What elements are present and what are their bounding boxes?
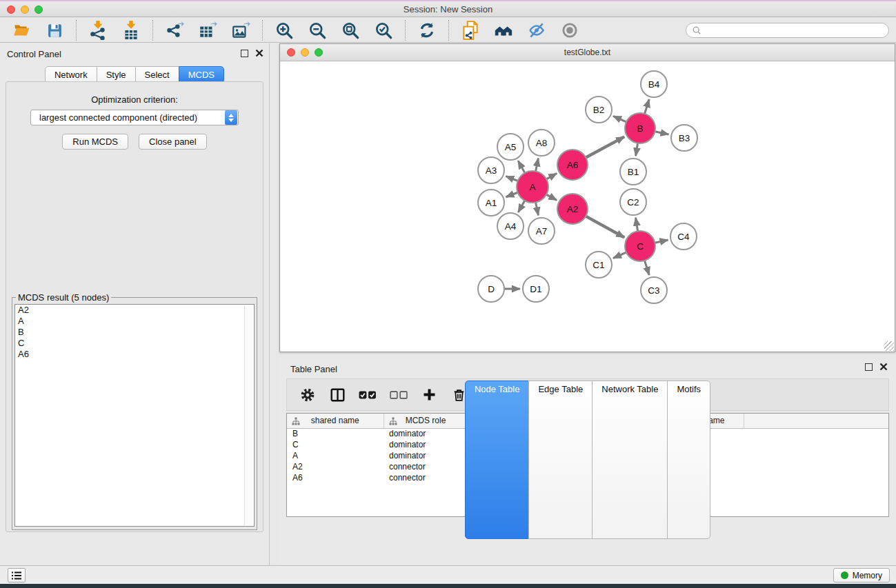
optimization-criterion-label: Optimization criterion:: [6, 94, 263, 105]
window-resize-grip[interactable]: [884, 341, 894, 351]
export-table-icon: [198, 21, 217, 40]
graph-node-label-A8: A8: [536, 138, 548, 148]
tab-edge-table[interactable]: Edge Table: [528, 381, 593, 539]
graph-edge-A-A4[interactable]: [518, 201, 524, 212]
home-button[interactable]: [494, 21, 513, 40]
graph-node-label-D: D: [488, 284, 495, 294]
float-table-panel-button[interactable]: [865, 363, 873, 371]
open-file-button[interactable]: [12, 21, 31, 40]
mcds-result-list[interactable]: A2ABCA6: [14, 304, 255, 527]
graph-node-label-C: C: [637, 241, 644, 252]
main-toolbar: [0, 19, 896, 43]
new-session-from-network-button[interactable]: [461, 21, 480, 40]
mcds-result-items: A2ABCA6: [15, 305, 254, 360]
network-graph[interactable]: B4B2BB3A5A8A6B1A3AC2A1A2A4A7C4CC1C3DD1: [280, 62, 895, 352]
export-table-button[interactable]: [198, 21, 217, 40]
graph-node-label-D1: D1: [530, 284, 541, 294]
export-image-icon: [231, 21, 250, 40]
tab-motifs[interactable]: Motifs: [667, 381, 710, 539]
search-field[interactable]: [686, 23, 889, 38]
home-icon: [494, 21, 513, 39]
mcds-result-item[interactable]: A6: [15, 349, 254, 360]
refresh-icon: [418, 21, 436, 39]
mcds-result-item[interactable]: C: [15, 338, 254, 349]
graph-node-label-A2: A2: [567, 204, 579, 214]
open-folder-icon: [12, 21, 30, 39]
graph-edge-C-C2[interactable]: [636, 218, 638, 232]
zoom-fit-icon: [341, 21, 360, 40]
task-history-button[interactable]: [8, 568, 26, 582]
desktop-background-strip: [0, 584, 896, 588]
graphics-details-button[interactable]: [527, 21, 546, 40]
graph-edge-B-B1[interactable]: [636, 143, 638, 156]
zoom-fit-button[interactable]: [341, 21, 360, 40]
zoom-selected-button[interactable]: [374, 21, 393, 40]
tab-network-table[interactable]: Network Table: [592, 381, 668, 539]
import-table-button[interactable]: [121, 21, 141, 40]
graph-edge-C-C3[interactable]: [645, 261, 650, 275]
zoom-in-button[interactable]: [275, 21, 294, 40]
close-panel-icon[interactable]: [255, 49, 263, 57]
graph-edge-A-A2[interactable]: [546, 194, 557, 200]
graph-edge-A-A7[interactable]: [536, 203, 539, 216]
mcds-tab-content: Optimization criterion: largest connecte…: [6, 81, 263, 532]
result-scrollbar[interactable]: [244, 305, 253, 525]
graph-edge-A-A6[interactable]: [546, 174, 557, 179]
import-network-icon: [89, 21, 107, 40]
application-window: Session: New Session: [0, 0, 896, 588]
graph-edge-A2-C[interactable]: [586, 216, 624, 238]
graph-edge-A-A3[interactable]: [506, 176, 517, 181]
graph-node-label-A5: A5: [505, 142, 517, 152]
memory-button[interactable]: Memory: [833, 568, 890, 582]
table-panel-tabs: Node TableEdge TableNetwork TableMotifs: [279, 381, 896, 539]
graph-edge-B-B2[interactable]: [613, 116, 626, 122]
graph-edge-A-A5[interactable]: [518, 161, 525, 173]
zoom-out-button[interactable]: [308, 21, 327, 40]
zoom-out-icon: [308, 21, 327, 40]
save-session-button[interactable]: [45, 21, 64, 40]
eye-button[interactable]: [560, 21, 579, 40]
export-image-button[interactable]: [231, 21, 250, 40]
criterion-select[interactable]: largest connected component (directed): [30, 110, 239, 125]
close-table-panel-icon[interactable]: [879, 363, 888, 371]
graph-node-label-B4: B4: [648, 79, 660, 90]
network-view-window: testGlobe.txt B4B2BB3A5A8A6B1A3AC2A1A2A4…: [279, 43, 895, 352]
mcds-result-item[interactable]: A2: [15, 305, 254, 316]
app-title: Session: New Session: [0, 4, 896, 14]
import-network-button[interactable]: [88, 21, 108, 40]
close-panel-button[interactable]: Close panel: [139, 134, 207, 150]
graph-node-label-B3: B3: [679, 133, 690, 143]
list-icon: [11, 571, 22, 580]
float-panel-button[interactable]: [241, 50, 248, 57]
graph-node-label-A4: A4: [505, 221, 517, 232]
network-canvas[interactable]: B4B2BB3A5A8A6B1A3AC2A1A2A4A7C4CC1C3DD1: [280, 62, 895, 352]
table-panel-title: Table Panel: [290, 364, 337, 374]
zoom-selected-icon: [375, 21, 393, 40]
graph-edge-C-C1[interactable]: [613, 252, 626, 258]
graph-node-label-C4: C4: [677, 232, 690, 242]
graph-node-label-B2: B2: [593, 105, 605, 115]
search-input[interactable]: [701, 26, 883, 35]
graph-edge-B-B4[interactable]: [645, 99, 650, 114]
mcds-result-item[interactable]: A: [15, 316, 254, 327]
table-panel: Table Panel: [279, 358, 896, 565]
graph-edge-C-C4[interactable]: [655, 240, 668, 243]
graphics-details-icon: [527, 21, 546, 39]
select-stepper-icon: [225, 110, 237, 125]
graph-edge-B-B3[interactable]: [655, 132, 668, 134]
mcds-result-item[interactable]: B: [15, 327, 254, 338]
network-window-titlebar[interactable]: testGlobe.txt: [280, 44, 895, 61]
graph-edge-A6-B[interactable]: [586, 136, 624, 157]
mcds-result-box: MCDS result (5 nodes) A2ABCA6: [12, 292, 257, 530]
memory-label: Memory: [853, 571, 882, 580]
graph-node-label-A6: A6: [567, 160, 579, 170]
graph-edge-A-A8[interactable]: [536, 159, 539, 172]
run-mcds-button[interactable]: Run MCDS: [62, 134, 128, 150]
graph-node-label-A: A: [529, 182, 535, 192]
export-network-button[interactable]: [165, 21, 184, 40]
refresh-layout-button[interactable]: [417, 21, 437, 40]
graph-edge-A-A1[interactable]: [506, 192, 517, 197]
criterion-selected-value: largest connected component (directed): [31, 112, 224, 123]
tab-node-table[interactable]: Node Table: [465, 381, 530, 539]
control-panel: Control Panel NetworkStyleSelectMCDS Opt…: [0, 43, 270, 565]
